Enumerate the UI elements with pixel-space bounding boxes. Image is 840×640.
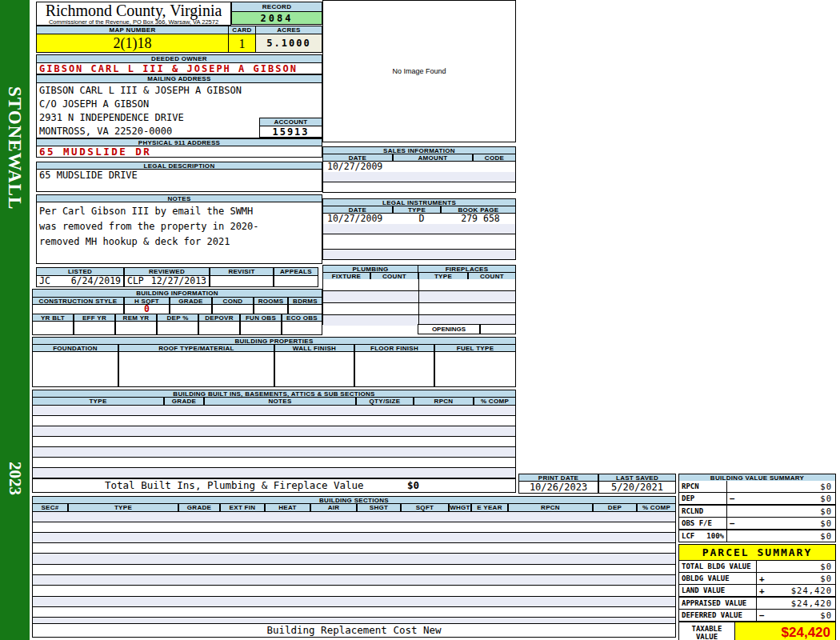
plumbing-rows [323,279,418,324]
building-sections-empty-rows [32,512,676,629]
revisit-value [210,275,274,287]
bvs-row-dep: DEP − $0 [678,493,836,506]
roof-value [118,351,274,387]
taxable-value-label: TAXABLE VALUE [679,622,735,640]
bvs-row-rpcn: RPCN $0 [678,481,836,493]
bs-sec-label: SEC# [32,503,68,512]
building-info-value-row2 [32,321,322,335]
bs-type-label: TYPE [68,503,178,512]
notes-block: Per Carl Gibson III by email the SWMH wa… [36,202,322,264]
print-saved-value-row: 10/26/2023 5/20/2021 [518,481,676,494]
mailing-line: GIBSON CARL L III & JOSEPH A GIBSON [39,84,322,98]
ps-row-total-bldg: TOTAL BLDG VALUE $0 [678,561,836,573]
bvs-row-rclnd: RCLND $0 [678,506,836,518]
district-name: STONEWALL [4,86,25,278]
fireplaces-rows [418,279,515,324]
bs-sqft-label: SQFT [401,503,449,512]
county-subtitle: Commissioner of the Revenue, PO Box 366,… [37,18,230,26]
notes-line: was removed from the property in 2020- [39,219,322,234]
built-ins-grade-label: GRADE [164,397,204,406]
review-value-row: JC6/24/2019 CLP12/27/2013 [36,275,318,287]
built-ins-comp-label: % COMP [474,397,516,406]
property-photo-placeholder: No Image Found [322,0,516,142]
parcel-summary-title: PARCEL SUMMARY [678,544,836,561]
property-record-card: STONEWALL 2023 Richmond County, Virginia… [0,0,840,640]
bs-eyear-label: E YEAR [471,503,508,512]
openings-label: OPENINGS [418,324,480,334]
mailing-line: C/O JOSEPH A GIBSON [39,98,322,111]
reviewed-value: CLP12/27/2013 [124,275,210,287]
sales-empty-rows [322,172,516,193]
bs-shgt-label: SHGT [357,503,401,512]
record-number: 2084 [231,11,322,25]
notes-line: removed MH hookup & deck for 2021 [39,234,322,250]
ps-row-deferred: DEFERRED VALUE − $0 [678,610,836,622]
no-image-text: No Image Found [392,67,446,75]
county-title: Richmond County, Virginia [37,2,230,18]
legal-description-value: 65 MUDSLIDE DRIVE [36,169,322,192]
building-properties-value-row [32,351,516,387]
bs-rpcn-label: RPCN [508,503,593,512]
built-ins-rpcn-label: RPCN [414,397,474,406]
ps-row-taxable: TAXABLE VALUE $24,420 [678,622,836,640]
parcel-summary-table: TOTAL BLDG VALUE $0 OBLDG VALUE + $0 LAN… [678,561,836,640]
bs-heat-label: HEAT [265,503,310,512]
building-sections-header-row: SEC# TYPE GRADE EXT FIN HEAT AIR SHGT SQ… [32,503,676,512]
plumbing-fireplaces-body [322,279,516,325]
built-ins-header-row: TYPE GRADE NOTES QTY/SIZE RPCN % COMP [32,397,516,406]
card-value: 1 [228,34,256,53]
building-replacement-footer: Building Replacement Cost New [32,623,676,638]
taxable-value-amount: $24,420 [735,622,835,640]
last-saved-value: 5/20/2021 [598,481,676,494]
county-title-box: Richmond County, Virginia Commissioner o… [36,2,231,26]
built-ins-total-row: Total Built Ins, Plumbing & Fireplace Va… [32,478,516,493]
map-number-value: 2(1)18 [36,34,229,53]
foundation-value [32,351,118,387]
bvs-row-lcf: LCF 100% $0 [678,530,836,542]
ps-row-land: LAND VALUE + $24,420 [678,585,836,598]
deeded-owner-value: GIBSON CARL L III & JOSEPH A GIBSON [36,62,322,74]
bs-comp-label: % COMP [637,503,676,512]
bs-grade-label: GRADE [178,503,220,512]
bs-whgt-label: WHGT [449,503,471,512]
bs-air-label: AIR [310,503,357,512]
tax-year: 2023 [5,462,25,526]
sales-row: 10/27/2009 [322,161,516,173]
openings-row: OPENINGS [418,324,516,334]
ps-row-appraised: APPRAISED VALUE $24,420 [678,598,836,610]
print-date-value: 10/26/2023 [518,481,598,494]
legal-instruments-row: 10/27/2009 D 279 658 [322,213,516,225]
built-ins-type-label: TYPE [32,397,164,406]
bs-extfin-label: EXT FIN [220,503,265,512]
bvs-row-obs: OBS F/E − $0 [678,518,836,530]
district-sidebar: STONEWALL 2023 [0,0,30,640]
openings-value [480,324,516,334]
notes-line: Per Carl Gibson III by email the SWMH [39,204,322,219]
fuel-type-value [434,351,516,387]
wall-finish-value [274,351,354,387]
bs-dep-label: DEP [593,503,637,512]
built-ins-notes-label: NOTES [204,397,356,406]
built-ins-total-value: $0 [407,479,419,492]
built-ins-qty-label: QTY/SIZE [356,397,414,406]
building-value-summary-table: RPCN $0 DEP − $0 RCLND $0 OBS F/E − $0 L… [678,481,836,542]
acres-value: 5.1000 [255,34,322,53]
listed-value: JC6/24/2019 [36,275,124,287]
built-ins-empty-rows [32,406,516,478]
physical-address-value: 65 MUDSLIDE DR [36,146,322,158]
appeals-value [274,275,318,287]
ps-row-obldg: OBLDG VALUE + $0 [678,573,836,585]
floor-finish-value [354,351,434,387]
account-number: 15913 [259,126,322,138]
built-ins-total-label: Total Built Ins, Plumbing & Fireplace Va… [33,479,364,491]
legal-instruments-empty-rows [322,224,516,260]
